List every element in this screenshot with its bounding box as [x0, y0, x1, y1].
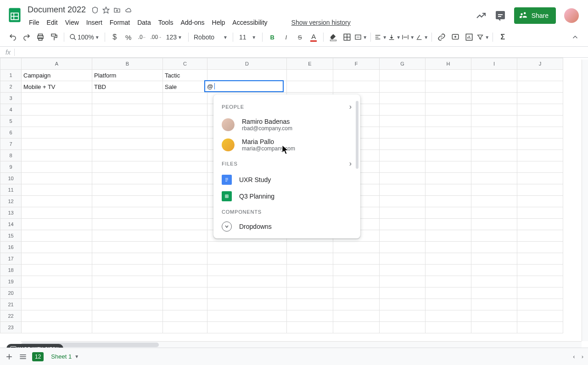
cell[interactable] — [22, 173, 92, 184]
cell[interactable] — [333, 242, 380, 253]
cell[interactable] — [471, 93, 517, 104]
filter-button[interactable]: ▼ — [476, 31, 489, 44]
cell[interactable] — [22, 104, 92, 116]
cell[interactable] — [426, 104, 471, 116]
sheet-prev-button[interactable]: ‹ — [573, 353, 575, 360]
cell[interactable] — [163, 161, 207, 173]
row-header[interactable]: 4 — [0, 104, 22, 116]
cell[interactable] — [517, 242, 563, 253]
version-history-link[interactable]: Show version history — [288, 17, 354, 28]
cell[interactable] — [92, 265, 163, 276]
cell[interactable] — [426, 196, 471, 207]
cell[interactable] — [163, 230, 207, 242]
font-family-dropdown[interactable]: Roboto▼ — [192, 33, 230, 41]
horizontal-scrollbar[interactable] — [21, 341, 582, 348]
cell[interactable] — [517, 265, 563, 276]
row-header[interactable]: 5 — [0, 116, 22, 127]
insert-comment-button[interactable] — [449, 31, 462, 44]
row-header[interactable]: 22 — [0, 310, 22, 322]
cell[interactable] — [92, 184, 163, 196]
cell[interactable] — [426, 184, 471, 196]
cloud-status-icon[interactable] — [124, 6, 133, 14]
cell[interactable] — [22, 150, 92, 161]
cell[interactable] — [517, 253, 563, 265]
cell[interactable] — [22, 253, 92, 265]
cell[interactable] — [163, 276, 207, 288]
cell[interactable] — [92, 104, 163, 116]
insert-chart-button[interactable] — [463, 31, 476, 44]
cell[interactable] — [426, 288, 471, 299]
comments-icon[interactable] — [495, 10, 506, 21]
cell[interactable] — [287, 299, 333, 310]
cell[interactable]: Sale — [163, 81, 207, 93]
cell[interactable] — [22, 265, 92, 276]
cell[interactable] — [333, 310, 380, 322]
cell[interactable] — [426, 161, 471, 173]
row-header[interactable]: 14 — [0, 219, 22, 230]
popup-person-item[interactable]: Ramiro Badenas rbad@company.com — [213, 115, 360, 135]
column-header[interactable]: I — [471, 58, 517, 70]
cell[interactable] — [380, 265, 426, 276]
cell[interactable] — [517, 322, 563, 333]
cell[interactable] — [517, 150, 563, 161]
cell[interactable] — [426, 322, 471, 333]
cell[interactable] — [207, 322, 287, 333]
row-header[interactable]: 23 — [0, 322, 22, 333]
cell[interactable] — [333, 276, 380, 288]
cell[interactable] — [426, 219, 471, 230]
italic-button[interactable]: I — [280, 31, 292, 44]
cell[interactable] — [380, 127, 426, 138]
cell[interactable] — [333, 265, 380, 276]
sheet-tab[interactable]: Sheet 1 ▼ — [48, 353, 82, 360]
cell[interactable] — [22, 299, 92, 310]
cell[interactable] — [207, 253, 287, 265]
cell[interactable] — [471, 207, 517, 219]
column-header[interactable]: B — [92, 58, 163, 70]
cell[interactable]: Campaign — [22, 70, 92, 81]
cell[interactable] — [92, 127, 163, 138]
cell[interactable] — [163, 253, 207, 265]
row-header[interactable]: 6 — [0, 127, 22, 138]
cell[interactable] — [22, 93, 92, 104]
cell[interactable] — [207, 242, 287, 253]
cell[interactable] — [426, 150, 471, 161]
cell[interactable] — [92, 138, 163, 150]
cell[interactable] — [426, 242, 471, 253]
cell[interactable] — [471, 230, 517, 242]
cell[interactable] — [92, 173, 163, 184]
cell[interactable] — [517, 310, 563, 322]
cell[interactable] — [380, 81, 426, 93]
cell[interactable] — [380, 242, 426, 253]
cell[interactable] — [426, 276, 471, 288]
cell[interactable] — [471, 173, 517, 184]
column-header[interactable]: G — [380, 58, 426, 70]
cell[interactable] — [207, 288, 287, 299]
cell[interactable] — [380, 173, 426, 184]
privacy-icon[interactable] — [91, 6, 99, 14]
sheet-next-button[interactable]: › — [582, 353, 583, 360]
menu-file[interactable]: File — [26, 17, 43, 28]
cell[interactable] — [163, 127, 207, 138]
collapse-toolbar-button[interactable] — [569, 31, 582, 44]
cell[interactable] — [517, 288, 563, 299]
cell[interactable] — [426, 116, 471, 127]
cell[interactable] — [471, 127, 517, 138]
cell[interactable] — [517, 161, 563, 173]
cell[interactable] — [287, 265, 333, 276]
menu-addons[interactable]: Add-ons — [177, 17, 207, 28]
cell[interactable]: Platform — [92, 70, 163, 81]
cell[interactable] — [517, 299, 563, 310]
column-header[interactable]: J — [517, 58, 563, 70]
borders-button[interactable] — [341, 31, 353, 44]
cell[interactable] — [163, 173, 207, 184]
cell[interactable] — [287, 322, 333, 333]
cell[interactable] — [517, 81, 563, 93]
row-header[interactable]: 21 — [0, 299, 22, 310]
formula-bar[interactable]: fx — [0, 47, 588, 58]
cell[interactable] — [380, 184, 426, 196]
cell[interactable] — [163, 310, 207, 322]
cell[interactable] — [163, 265, 207, 276]
cell[interactable] — [380, 207, 426, 219]
format-currency-button[interactable]: $ — [108, 31, 121, 44]
paint-format-button[interactable] — [48, 31, 61, 44]
